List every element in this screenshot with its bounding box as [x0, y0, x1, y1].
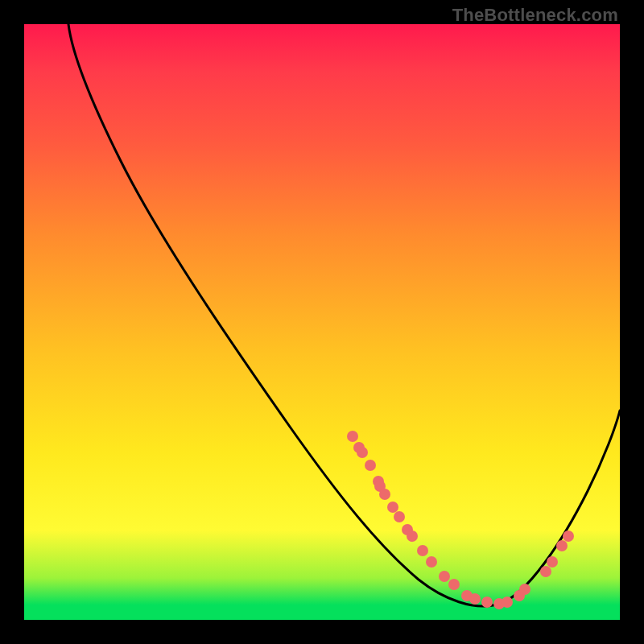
curve-marker — [387, 502, 398, 513]
curve-marker — [469, 593, 481, 605]
curve-marker — [563, 530, 574, 542]
curve-marker — [347, 431, 358, 442]
curve-svg — [24, 24, 620, 620]
curve-marker — [547, 556, 558, 568]
curve-marker — [379, 489, 390, 500]
curve-marker — [502, 597, 513, 608]
curve-marker — [426, 556, 437, 568]
curve-marker — [407, 530, 418, 542]
bottleneck-curve — [68, 24, 620, 606]
curve-marker — [556, 540, 568, 551]
curve-marker — [365, 460, 376, 471]
marker-layer — [347, 431, 574, 609]
curve-marker — [448, 579, 460, 590]
curve-marker — [417, 545, 428, 556]
curve-marker — [357, 447, 368, 458]
watermark-text: TheBottleneck.com — [452, 5, 618, 26]
curve-marker — [540, 566, 551, 577]
curve-marker — [394, 511, 405, 522]
plot-area — [24, 24, 620, 620]
curve-marker — [519, 584, 530, 595]
curve-marker — [439, 571, 450, 582]
curve-marker — [481, 597, 493, 608]
frame: TheBottleneck.com — [0, 0, 644, 644]
